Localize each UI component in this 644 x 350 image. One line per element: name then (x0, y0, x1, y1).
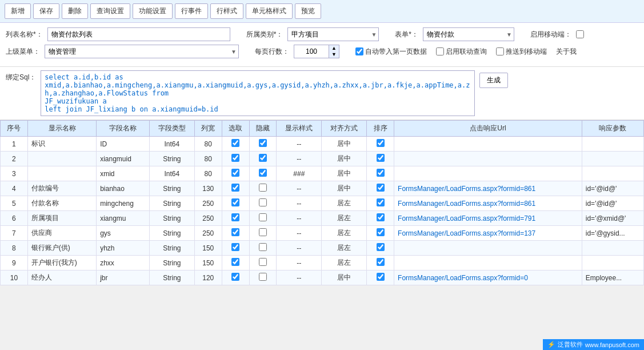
url-link[interactable]: FormsManager/LoadForms.aspx?formid=861 (398, 185, 535, 193)
enable-mobile-checkbox[interactable] (576, 30, 584, 38)
display-cell: 供应商 (27, 226, 96, 241)
hide-cell[interactable] (249, 196, 277, 211)
url-link[interactable]: FormsManager/LoadForms.aspx?formid=791 (398, 214, 535, 222)
type-cell: String (149, 211, 194, 226)
enable-link-query-checkbox[interactable] (436, 47, 444, 55)
toolbar-btn-删除[interactable]: 删除 (62, 3, 88, 19)
hide-cell[interactable] (249, 256, 277, 271)
seq-cell: 8 (1, 241, 28, 256)
toolbar-btn-行事件[interactable]: 行事件 (175, 3, 208, 19)
rows-per-page-label: 每页行数： (255, 47, 289, 57)
type-cell: String (149, 256, 194, 271)
sql-section: 绑定Sql： select a.id,b.id as xmid,a.bianha… (0, 67, 644, 120)
table-row: 3xmidInt6480###居中 (1, 166, 644, 181)
rows-per-page-input[interactable] (294, 45, 329, 58)
auto-load-checkbox[interactable] (355, 47, 363, 55)
list-name-input[interactable] (47, 27, 230, 41)
seq-cell: 5 (1, 196, 28, 211)
col-header: 字段类型 (149, 121, 194, 137)
sort-cell[interactable] (367, 166, 394, 181)
sort-cell[interactable] (367, 137, 394, 152)
toolbar-btn-预览[interactable]: 预览 (295, 3, 321, 19)
sort-cell[interactable] (367, 152, 394, 166)
sort-cell[interactable] (367, 241, 394, 256)
parent-menu-input[interactable] (45, 45, 239, 58)
sort-cell[interactable] (367, 181, 394, 196)
display-cell: 开户银行(我方) (27, 256, 96, 271)
toolbar-btn-保存[interactable]: 保存 (33, 3, 59, 19)
url-link[interactable]: FormsManager/LoadForms.aspx?formid=861 (398, 200, 535, 208)
table-row: 1标识IDInt6480--居中 (1, 137, 644, 152)
hide-cell[interactable] (249, 166, 277, 181)
table-label: 表单*： (395, 30, 418, 39)
parent-menu-label: 上级菜单： (6, 47, 40, 57)
select-cell[interactable] (222, 271, 249, 285)
data-table: 序号显示名称字段名称字段类型列宽选取隐藏显示样式对齐方式排序点击响应Url响应参… (0, 120, 644, 285)
select-cell[interactable] (222, 137, 249, 152)
sort-cell[interactable] (367, 256, 394, 271)
width-cell: 250 (194, 211, 222, 226)
url-cell[interactable]: FormsManager/LoadForms.aspx?formid=861 (394, 181, 582, 196)
param-cell: Employee... (582, 271, 643, 285)
field-cell: ID (97, 137, 150, 152)
hide-cell[interactable] (249, 211, 277, 226)
width-cell: 120 (194, 271, 222, 285)
number-spin: ▲ ▼ (329, 45, 339, 58)
push-mobile-checkbox[interactable] (496, 47, 504, 55)
url-link[interactable]: FormsManager/LoadForms.aspx?formid=137 (398, 229, 535, 237)
enable-mobile-label: 启用移动端： (530, 30, 571, 39)
url-cell[interactable]: FormsManager/LoadForms.aspx?formid=137 (394, 226, 582, 241)
hide-cell[interactable] (249, 137, 277, 152)
align-cell: 居左 (322, 226, 367, 241)
url-cell[interactable]: FormsManager/LoadForms.aspx?formid=0 (394, 271, 582, 285)
width-cell: 150 (194, 256, 222, 271)
sort-cell[interactable] (367, 271, 394, 285)
type-cell: String (149, 226, 194, 241)
sql-textarea[interactable]: select a.id,b.id as xmid,a.bianhao,a.min… (41, 70, 475, 116)
seq-cell: 7 (1, 226, 28, 241)
select-cell[interactable] (222, 152, 249, 166)
toolbar-btn-功能设置[interactable]: 功能设置 (133, 3, 173, 19)
seq-cell: 6 (1, 211, 28, 226)
align-cell: 居左 (322, 196, 367, 211)
url-link[interactable]: FormsManager/LoadForms.aspx?formid=0 (398, 274, 528, 282)
hide-cell[interactable] (249, 271, 277, 285)
type-cell: String (149, 241, 194, 256)
hide-cell[interactable] (249, 181, 277, 196)
spin-down-btn[interactable]: ▼ (329, 51, 339, 58)
select-cell[interactable] (222, 256, 249, 271)
style-cell: -- (277, 226, 322, 241)
display-cell: 付款编号 (27, 181, 96, 196)
select-cell[interactable] (222, 241, 249, 256)
width-cell: 80 (194, 152, 222, 166)
form-section: 列表名称*： 所属类别*： ▼ 表单*： ▼ 启用移动端： 上级菜单： ▼ 每页… (0, 23, 644, 67)
url-cell[interactable]: FormsManager/LoadForms.aspx?formid=861 (394, 196, 582, 211)
field-cell: mingcheng (97, 196, 150, 211)
select-cell[interactable] (222, 181, 249, 196)
sort-cell[interactable] (367, 226, 394, 241)
toolbar-btn-单元格样式[interactable]: 单元格样式 (246, 3, 293, 19)
align-cell: 居中 (322, 152, 367, 166)
select-cell[interactable] (222, 196, 249, 211)
hide-cell[interactable] (249, 152, 277, 166)
param-cell (582, 137, 643, 152)
category-input[interactable] (287, 27, 379, 41)
sql-gen-button[interactable]: 生成 (479, 73, 508, 88)
select-cell[interactable] (222, 226, 249, 241)
select-cell[interactable] (222, 166, 249, 181)
table-input[interactable] (423, 27, 514, 41)
url-cell[interactable]: FormsManager/LoadForms.aspx?formid=791 (394, 211, 582, 226)
toolbar-btn-新增[interactable]: 新增 (5, 3, 31, 19)
hide-cell[interactable] (249, 226, 277, 241)
hide-cell[interactable] (249, 241, 277, 256)
spin-up-btn[interactable]: ▲ (329, 45, 339, 51)
col-header: 列宽 (194, 121, 222, 137)
toolbar-btn-查询设置[interactable]: 查询设置 (90, 3, 130, 19)
sort-cell[interactable] (367, 211, 394, 226)
sort-cell[interactable] (367, 196, 394, 211)
type-cell: Int64 (149, 166, 194, 181)
toolbar-btn-行样式[interactable]: 行样式 (210, 3, 243, 19)
param-cell: id='@id@' (582, 196, 643, 211)
select-cell[interactable] (222, 211, 249, 226)
rows-per-page-wrapper: ▲ ▼ (294, 45, 339, 58)
